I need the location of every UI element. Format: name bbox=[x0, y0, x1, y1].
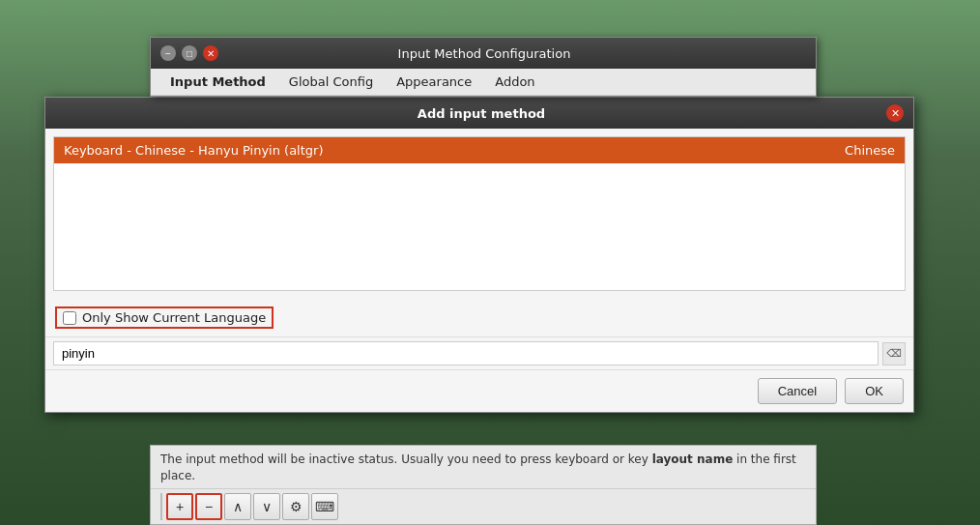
only-show-current-language-container: Only Show Current Language bbox=[55, 306, 274, 329]
app-title: Input Method Configuration bbox=[218, 46, 750, 61]
search-input[interactable] bbox=[53, 341, 879, 365]
app-titlebar: − □ ✕ Input Method Configuration bbox=[151, 38, 816, 69]
search-row: ⌫ bbox=[45, 336, 913, 369]
method-language: Chinese bbox=[845, 143, 895, 158]
remove-method-button[interactable]: − bbox=[195, 493, 222, 520]
bottom-toolbar: The input method will be inactive status… bbox=[150, 445, 817, 525]
dialog-close-button[interactable]: ✕ bbox=[886, 104, 904, 122]
maximize-button[interactable]: □ bbox=[182, 45, 197, 61]
dialog-buttons: Cancel OK bbox=[45, 369, 913, 412]
add-input-method-dialog: Add input method ✕ Keyboard - Chinese - … bbox=[44, 97, 914, 413]
method-list: Keyboard - Chinese - Hanyu Pinyin (altgr… bbox=[53, 136, 906, 291]
tab-global-config[interactable]: Global Config bbox=[277, 69, 385, 95]
toolbar-text-content: The input method will be inactive status… bbox=[160, 452, 796, 482]
method-name: Keyboard - Chinese - Hanyu Pinyin (altgr… bbox=[64, 143, 324, 158]
cancel-button[interactable]: Cancel bbox=[758, 378, 837, 404]
toolbar-text-part1: The input method will be inactive status… bbox=[160, 452, 652, 466]
dialog-titlebar: Add input method ✕ bbox=[45, 98, 913, 129]
close-button[interactable]: ✕ bbox=[203, 45, 218, 61]
toolbar-text: The input method will be inactive status… bbox=[151, 446, 816, 488]
tab-input-method[interactable]: Input Method bbox=[159, 69, 277, 95]
settings-button[interactable]: ⚙ bbox=[282, 493, 309, 520]
move-down-button[interactable]: ∨ bbox=[253, 493, 280, 520]
method-list-empty-area bbox=[54, 163, 905, 279]
tab-appearance[interactable]: Appearance bbox=[385, 69, 483, 95]
toolbar-separator bbox=[160, 493, 162, 520]
keyboard-button[interactable]: ⌨ bbox=[311, 493, 338, 520]
tab-addon[interactable]: Addon bbox=[483, 69, 546, 95]
only-show-current-language-label: Only Show Current Language bbox=[82, 310, 266, 325]
checkbox-row: Only Show Current Language bbox=[45, 299, 913, 336]
toolbar-text-bold: layout name bbox=[652, 452, 734, 466]
dialog-title: Add input method bbox=[76, 106, 886, 121]
dialog-content: Keyboard - Chinese - Hanyu Pinyin (altgr… bbox=[45, 136, 913, 412]
move-up-button[interactable]: ∧ bbox=[224, 493, 251, 520]
window-controls: − □ ✕ bbox=[160, 45, 218, 61]
add-method-button[interactable]: + bbox=[166, 493, 193, 520]
method-row-selected[interactable]: Keyboard - Chinese - Hanyu Pinyin (altgr… bbox=[54, 137, 905, 163]
app-window: − □ ✕ Input Method Configuration Input M… bbox=[150, 37, 817, 97]
app-menubar: Input Method Global Config Appearance Ad… bbox=[151, 69, 816, 96]
toolbar-buttons-row: + − ∧ ∨ ⚙ ⌨ bbox=[151, 488, 816, 524]
search-clear-button[interactable]: ⌫ bbox=[882, 342, 906, 365]
only-show-current-language-checkbox[interactable] bbox=[63, 311, 76, 325]
ok-button[interactable]: OK bbox=[845, 378, 904, 404]
minimize-button[interactable]: − bbox=[160, 45, 176, 61]
